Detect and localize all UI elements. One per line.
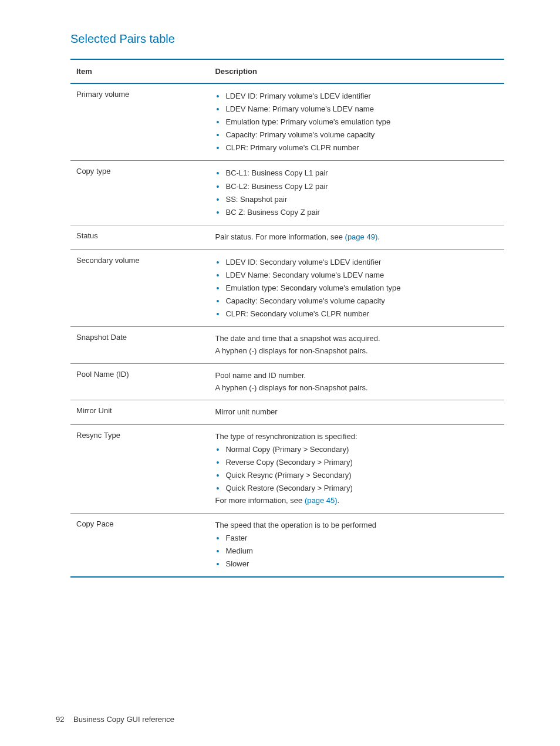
- cell-description: LDEV ID: Primary volume's LDEV identifie…: [209, 83, 504, 161]
- table-row: Primary volumeLDEV ID: Primary volume's …: [70, 83, 504, 161]
- list-item: LDEV ID: Primary volume's LDEV identifie…: [215, 90, 498, 103]
- page-link[interactable]: (page 45): [305, 496, 338, 505]
- cell-item: Secondary volume: [70, 249, 209, 326]
- list-item: Capacity: Primary volume's volume capaci…: [215, 129, 498, 141]
- cell-description: The speed that the operation is to be pe…: [209, 514, 504, 578]
- list-item: LDEV Name: Secondary volume's LDEV name: [215, 269, 498, 282]
- desc-list: LDEV ID: Primary volume's LDEV identifie…: [215, 90, 498, 154]
- desc-line: A hyphen (-) displays for non-Snapshot p…: [215, 382, 498, 394]
- cell-description: BC-L1: Business Copy L1 pairBC-L2: Busin…: [209, 161, 504, 225]
- cell-item: Primary volume: [70, 83, 209, 161]
- list-item: BC Z: Business Copy Z pair: [215, 206, 498, 219]
- desc-list: FasterMediumSlower: [215, 532, 498, 571]
- cell-description: The type of resynchronization is specifi…: [209, 425, 504, 514]
- cell-item: Status: [70, 225, 209, 249]
- desc-lines: The date and time that a snapshot was ac…: [215, 333, 498, 357]
- list-item: Capacity: Secondary volume's volume capa…: [215, 295, 498, 308]
- desc-intro: The type of resynchronization is specifi…: [215, 431, 498, 443]
- cell-description: Mirror unit number: [209, 400, 504, 425]
- cell-item: Copy Pace: [70, 514, 209, 578]
- cell-item: Copy type: [70, 161, 209, 225]
- cell-item: Resync Type: [70, 425, 209, 514]
- table-row: Secondary volumeLDEV ID: Secondary volum…: [70, 249, 504, 326]
- page-number: 92: [56, 715, 64, 724]
- list-item: Quick Resync (Primary > Secondary): [215, 469, 498, 482]
- desc-list: BC-L1: Business Copy L1 pairBC-L2: Busin…: [215, 167, 498, 218]
- table-row: StatusPair status. For more information,…: [70, 225, 504, 249]
- cell-item: Mirror Unit: [70, 400, 209, 425]
- list-item: LDEV ID: Secondary volume's LDEV identif…: [215, 256, 498, 269]
- desc-list: Normal Copy (Primary > Secondary)Reverse…: [215, 443, 498, 495]
- page-footer: 92 Business Copy GUI reference: [56, 715, 174, 724]
- table-row: Mirror UnitMirror unit number: [70, 400, 504, 425]
- cell-description: The date and time that a snapshot was ac…: [209, 327, 504, 364]
- list-item: Emulation type: Primary volume's emulati…: [215, 116, 498, 129]
- list-item: Slower: [215, 558, 498, 571]
- table-row: Snapshot DateThe date and time that a sn…: [70, 327, 504, 364]
- desc-text-post: .: [377, 232, 380, 241]
- header-description: Description: [209, 59, 504, 83]
- cell-description: Pair status. For more information, see (…: [209, 225, 504, 249]
- cell-item: Pool Name (ID): [70, 363, 209, 400]
- cell-description: LDEV ID: Secondary volume's LDEV identif…: [209, 249, 504, 326]
- desc-outro: For more information, see (page 45).: [215, 495, 498, 507]
- page-link[interactable]: (page 49): [345, 232, 378, 241]
- cell-description: Pool name and ID number.A hyphen (-) dis…: [209, 363, 504, 400]
- list-item: BC-L1: Business Copy L1 pair: [215, 167, 498, 180]
- selected-pairs-table: Item Description Primary volumeLDEV ID: …: [70, 59, 504, 578]
- list-item: Faster: [215, 532, 498, 545]
- list-item: LDEV Name: Primary volume's LDEV name: [215, 103, 498, 116]
- cell-item: Snapshot Date: [70, 327, 209, 364]
- desc-lines: Pool name and ID number.A hyphen (-) dis…: [215, 370, 498, 394]
- header-item: Item: [70, 59, 209, 83]
- table-row: Pool Name (ID)Pool name and ID number.A …: [70, 363, 504, 400]
- desc-line: Pair status. For more information, see (…: [215, 231, 498, 244]
- list-item: Medium: [215, 545, 498, 558]
- footer-title: Business Copy GUI reference: [73, 715, 174, 724]
- table-row: Copy PaceThe speed that the operation is…: [70, 514, 504, 578]
- desc-text-pre: Pair status. For more information, see: [215, 232, 345, 241]
- desc-line: A hyphen (-) displays for non-Snapshot p…: [215, 345, 498, 357]
- table-row: Resync TypeThe type of resynchronization…: [70, 425, 504, 514]
- desc-line: Pool name and ID number.: [215, 370, 498, 382]
- desc-text-post: .: [338, 496, 340, 505]
- list-item: Reverse Copy (Secondary > Primary): [215, 456, 498, 469]
- desc-text-pre: For more information, see: [215, 496, 304, 505]
- table-body: Primary volumeLDEV ID: Primary volume's …: [70, 83, 504, 577]
- desc-line: The date and time that a snapshot was ac…: [215, 333, 498, 345]
- desc-lines: Mirror unit number: [215, 406, 498, 418]
- list-item: Normal Copy (Primary > Secondary): [215, 443, 498, 456]
- section-title: Selected Pairs table: [70, 32, 504, 46]
- desc-intro: The speed that the operation is to be pe…: [215, 519, 498, 532]
- list-item: BC-L2: Business Copy L2 pair: [215, 180, 498, 193]
- list-item: CLPR: Primary volume's CLPR number: [215, 141, 498, 154]
- list-item: SS: Snapshot pair: [215, 193, 498, 206]
- list-item: Quick Restore (Secondary > Primary): [215, 482, 498, 495]
- desc-line: Mirror unit number: [215, 406, 498, 418]
- list-item: CLPR: Secondary volume's CLPR number: [215, 308, 498, 320]
- list-item: Emulation type: Secondary volume's emula…: [215, 282, 498, 295]
- table-row: Copy typeBC-L1: Business Copy L1 pairBC-…: [70, 161, 504, 225]
- desc-list: LDEV ID: Secondary volume's LDEV identif…: [215, 256, 498, 320]
